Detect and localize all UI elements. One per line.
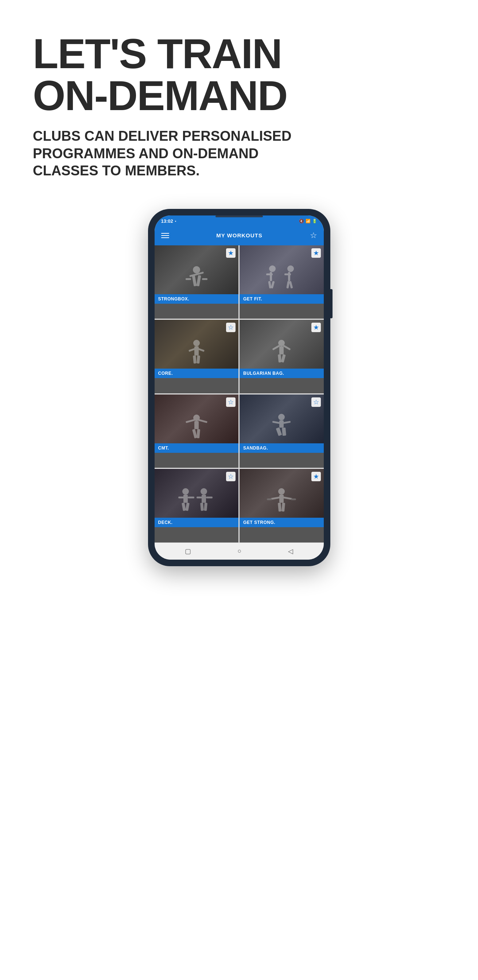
- workout-card-strongbox[interactable]: ★ STRONGBOX.: [155, 245, 239, 319]
- status-time: 13:02 ▪: [161, 218, 177, 224]
- svg-rect-41: [183, 495, 188, 503]
- workout-card-sandbag[interactable]: ☆ SANDBAG.: [239, 395, 324, 468]
- phone-screen: 13:02 ▪ 🔇 📶 🔋 MY: [155, 215, 324, 560]
- sandbag-star[interactable]: ☆: [311, 398, 321, 407]
- hero-title: LET'S TRAINON-DEMAND: [33, 33, 445, 117]
- svg-point-0: [193, 266, 200, 274]
- wifi-icon: 📶: [306, 219, 311, 223]
- svg-rect-35: [279, 420, 284, 428]
- getstrong-label: GET STRONG.: [239, 518, 324, 527]
- sandbag-figure: [263, 414, 300, 442]
- nav-back-button[interactable]: ◁: [288, 547, 293, 555]
- svg-rect-51: [204, 503, 207, 511]
- svg-rect-20: [193, 355, 196, 364]
- bulgarian-figure: [263, 339, 300, 368]
- battery-icon: 🔋: [312, 219, 317, 223]
- core-figure: [178, 339, 215, 368]
- workout-card-getfit[interactable]: ★ GET FIT.: [239, 245, 324, 319]
- workout-card-core[interactable]: ☆ CORE.: [155, 320, 239, 393]
- svg-point-52: [278, 488, 285, 495]
- svg-point-40: [182, 488, 189, 495]
- svg-rect-57: [282, 503, 285, 512]
- workout-card-getstrong[interactable]: ★ GET STRONG.: [239, 469, 324, 542]
- svg-rect-32: [192, 429, 197, 438]
- svg-rect-45: [185, 503, 190, 511]
- svg-rect-24: [272, 345, 280, 350]
- svg-rect-42: [178, 496, 185, 498]
- svg-rect-50: [200, 503, 204, 511]
- header-title: MY WORKOUTS: [216, 232, 263, 239]
- svg-rect-13: [284, 274, 291, 275]
- core-star[interactable]: ☆: [226, 323, 236, 332]
- svg-rect-38: [276, 427, 282, 436]
- getstrong-star[interactable]: ★: [311, 472, 321, 481]
- cmt-figure: [178, 414, 215, 442]
- header-star-icon[interactable]: ☆: [310, 231, 317, 240]
- hero-subtitle: CLUBS CAN DELIVER PERSONALISED PROGRAMME…: [33, 127, 306, 180]
- cmt-star[interactable]: ☆: [226, 398, 236, 407]
- hero-section: LET'S TRAINON-DEMAND CLUBS CAN DELIVER P…: [0, 0, 478, 194]
- svg-point-46: [201, 488, 207, 495]
- strongbox-figure: [178, 264, 215, 293]
- svg-rect-37: [283, 421, 291, 424]
- svg-rect-39: [282, 427, 286, 436]
- getstrong-figure: [263, 488, 300, 517]
- phone-container: 13:02 ▪ 🔇 📶 🔋 MY: [0, 194, 478, 588]
- deck-label: DECK.: [155, 518, 239, 527]
- svg-rect-33: [196, 429, 200, 438]
- phone-mockup: 13:02 ▪ 🔇 📶 🔋 MY: [148, 209, 330, 566]
- svg-rect-3: [202, 278, 207, 280]
- nav-recent-button[interactable]: ▢: [185, 547, 191, 555]
- svg-rect-25: [283, 345, 291, 350]
- svg-rect-44: [182, 503, 186, 511]
- svg-rect-53: [279, 495, 284, 503]
- getfit-star[interactable]: ★: [311, 248, 321, 258]
- notification-icon: ▪: [175, 219, 177, 223]
- svg-rect-47: [202, 495, 206, 503]
- svg-rect-49: [206, 496, 213, 498]
- svg-rect-56: [278, 503, 282, 512]
- svg-rect-23: [279, 346, 284, 355]
- workout-grid: ★ STRONGBOX.: [155, 245, 324, 542]
- svg-point-11: [287, 266, 294, 272]
- bulgarian-label: BULGARIAN BAG.: [239, 369, 324, 378]
- svg-rect-27: [281, 354, 286, 363]
- svg-rect-43: [188, 496, 194, 498]
- svg-rect-21: [196, 355, 200, 364]
- strongbox-label: STRONGBOX.: [155, 294, 239, 304]
- sandbag-label: SANDBAG.: [239, 443, 324, 453]
- svg-rect-58: [267, 498, 272, 500]
- strongbox-star[interactable]: ★: [226, 248, 236, 258]
- mute-icon: 🔇: [299, 219, 304, 223]
- svg-rect-7: [270, 272, 272, 281]
- getfit-label: GET FIT.: [239, 294, 324, 304]
- workout-card-bulgarian[interactable]: ★ BULGARIAN BAG.: [239, 320, 324, 393]
- svg-rect-26: [278, 355, 282, 363]
- page-wrapper: LET'S TRAINON-DEMAND CLUBS CAN DELIVER P…: [0, 0, 478, 980]
- svg-point-16: [193, 340, 200, 346]
- svg-rect-15: [289, 281, 293, 288]
- svg-point-6: [269, 266, 276, 272]
- svg-rect-59: [291, 498, 296, 500]
- status-bar: 13:02 ▪ 🔇 📶 🔋: [155, 215, 324, 227]
- nav-home-button[interactable]: ○: [238, 547, 242, 555]
- svg-rect-2: [186, 278, 191, 280]
- svg-rect-10: [271, 281, 275, 288]
- phone-bottom-nav: ▢ ○ ◁: [155, 542, 324, 560]
- cmt-label: CMT.: [155, 443, 239, 453]
- hamburger-menu-button[interactable]: [161, 233, 169, 238]
- core-label: CORE.: [155, 369, 239, 378]
- workout-card-cmt[interactable]: ☆ CMT.: [155, 395, 239, 468]
- deck-figure: [175, 488, 218, 517]
- svg-rect-48: [196, 496, 203, 498]
- getfit-figure: [260, 264, 303, 293]
- deck-star[interactable]: ☆: [226, 472, 236, 481]
- svg-rect-12: [288, 272, 290, 281]
- svg-rect-17: [194, 346, 199, 355]
- svg-rect-5: [196, 275, 201, 286]
- svg-rect-36: [272, 421, 280, 424]
- status-icons: 🔇 📶 🔋: [299, 219, 317, 223]
- svg-rect-29: [194, 421, 199, 429]
- bulgarian-star[interactable]: ★: [311, 323, 321, 332]
- workout-card-deck[interactable]: ☆ DECK.: [155, 469, 239, 542]
